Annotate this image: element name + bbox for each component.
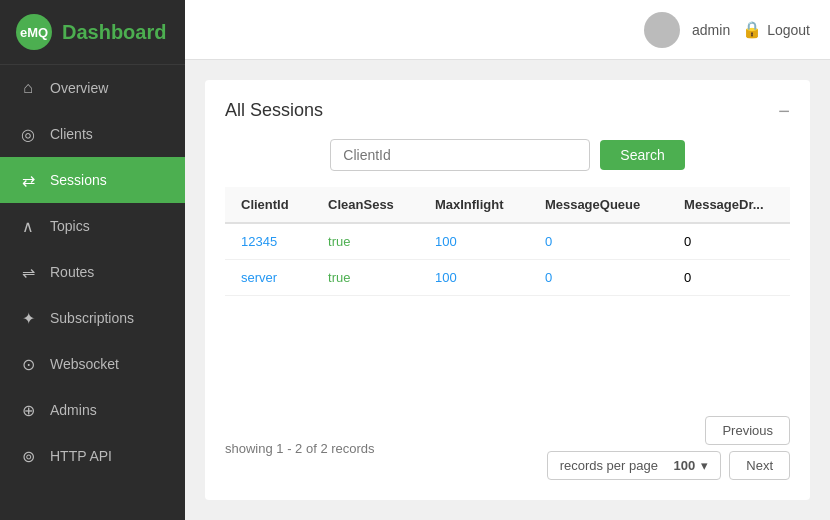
cell-cleansess: true xyxy=(312,223,419,260)
search-row: Search xyxy=(225,139,790,171)
sidebar-item-label: Websocket xyxy=(50,356,119,372)
col-clientid: ClientId xyxy=(225,187,312,223)
sidebar-header: eMQ Dashboard xyxy=(0,0,185,65)
topics-icon: ∧ xyxy=(18,216,38,236)
cell-clientid[interactable]: 12345 xyxy=(225,223,312,260)
content-area: All Sessions − Search ClientId CleanSess… xyxy=(185,60,830,520)
sessions-card: All Sessions − Search ClientId CleanSess… xyxy=(205,80,810,500)
previous-button[interactable]: Previous xyxy=(705,416,790,445)
col-cleansess: CleanSess xyxy=(312,187,419,223)
sidebar-item-admins[interactable]: ⊕ Admins xyxy=(0,387,185,433)
sidebar-item-sessions[interactable]: ⇄ Sessions xyxy=(0,157,185,203)
sidebar-item-label: Subscriptions xyxy=(50,310,134,326)
cell-messagequeue: 0 xyxy=(529,260,668,296)
sidebar-item-http-api[interactable]: ⊚ HTTP API xyxy=(0,433,185,479)
main-area: admin 🔒 Logout All Sessions − Search Cli… xyxy=(185,0,830,520)
logout-button[interactable]: 🔒 Logout xyxy=(742,20,810,39)
admins-icon: ⊕ xyxy=(18,400,38,420)
sidebar-title: Dashboard xyxy=(62,21,166,44)
table-header-row: ClientId CleanSess MaxInflight MessageQu… xyxy=(225,187,790,223)
subscriptions-icon: ✦ xyxy=(18,308,38,328)
dropdown-arrow-icon: ▾ xyxy=(701,458,708,473)
topbar-username: admin xyxy=(692,22,730,38)
sidebar-item-overview[interactable]: ⌂ Overview xyxy=(0,65,185,111)
table-row: 12345 true 100 0 0 xyxy=(225,223,790,260)
sidebar-item-label: Sessions xyxy=(50,172,107,188)
sidebar-item-websocket[interactable]: ⊙ Websocket xyxy=(0,341,185,387)
cell-messagedr: 0 xyxy=(668,260,790,296)
cell-clientid[interactable]: server xyxy=(225,260,312,296)
http-api-icon: ⊚ xyxy=(18,446,38,466)
records-per-page-label: records per page xyxy=(560,458,658,473)
col-messagequeue: MessageQueue xyxy=(529,187,668,223)
routes-icon: ⇌ xyxy=(18,262,38,282)
pagination-area: showing 1 - 2 of 2 records Previous reco… xyxy=(225,416,790,480)
sidebar-item-label: Overview xyxy=(50,80,108,96)
search-input[interactable] xyxy=(330,139,590,171)
sidebar: eMQ Dashboard ⌂ Overview ◎ Clients ⇄ Ses… xyxy=(0,0,185,520)
sidebar-item-topics[interactable]: ∧ Topics xyxy=(0,203,185,249)
sidebar-item-label: Topics xyxy=(50,218,90,234)
sidebar-logo: eMQ xyxy=(16,14,52,50)
col-messagedr: MessageDr... xyxy=(668,187,790,223)
cell-messagedr: 0 xyxy=(668,223,790,260)
logout-label: Logout xyxy=(767,22,810,38)
sessions-icon: ⇄ xyxy=(18,170,38,190)
next-button[interactable]: Next xyxy=(729,451,790,480)
prev-row: Previous xyxy=(705,416,790,445)
clients-icon: ◎ xyxy=(18,124,38,144)
cell-cleansess: true xyxy=(312,260,419,296)
topbar: admin 🔒 Logout xyxy=(185,0,830,60)
sidebar-item-label: Admins xyxy=(50,402,97,418)
sidebar-item-routes[interactable]: ⇌ Routes xyxy=(0,249,185,295)
minimize-button[interactable]: − xyxy=(778,101,790,121)
lock-icon: 🔒 xyxy=(742,20,762,39)
overview-icon: ⌂ xyxy=(18,78,38,98)
sessions-table: ClientId CleanSess MaxInflight MessageQu… xyxy=(225,187,790,296)
websocket-icon: ⊙ xyxy=(18,354,38,374)
card-header: All Sessions − xyxy=(225,100,790,121)
records-per-page-value: 100 xyxy=(674,458,696,473)
table-wrapper: ClientId CleanSess MaxInflight MessageQu… xyxy=(225,187,790,402)
sidebar-item-label: Clients xyxy=(50,126,93,142)
table-row: server true 100 0 0 xyxy=(225,260,790,296)
sidebar-item-label: Routes xyxy=(50,264,94,280)
cell-maxinflight: 100 xyxy=(419,223,529,260)
showing-text: showing 1 - 2 of 2 records xyxy=(225,441,375,456)
search-button[interactable]: Search xyxy=(600,140,684,170)
card-title: All Sessions xyxy=(225,100,323,121)
cell-messagequeue: 0 xyxy=(529,223,668,260)
sidebar-item-subscriptions[interactable]: ✦ Subscriptions xyxy=(0,295,185,341)
sidebar-item-label: HTTP API xyxy=(50,448,112,464)
sidebar-nav: ⌂ Overview ◎ Clients ⇄ Sessions ∧ Topics… xyxy=(0,65,185,520)
col-maxinflight: MaxInflight xyxy=(419,187,529,223)
sidebar-item-clients[interactable]: ◎ Clients xyxy=(0,111,185,157)
avatar xyxy=(644,12,680,48)
records-per-page-select[interactable]: records per page 100 ▾ xyxy=(547,451,722,480)
cell-maxinflight: 100 xyxy=(419,260,529,296)
